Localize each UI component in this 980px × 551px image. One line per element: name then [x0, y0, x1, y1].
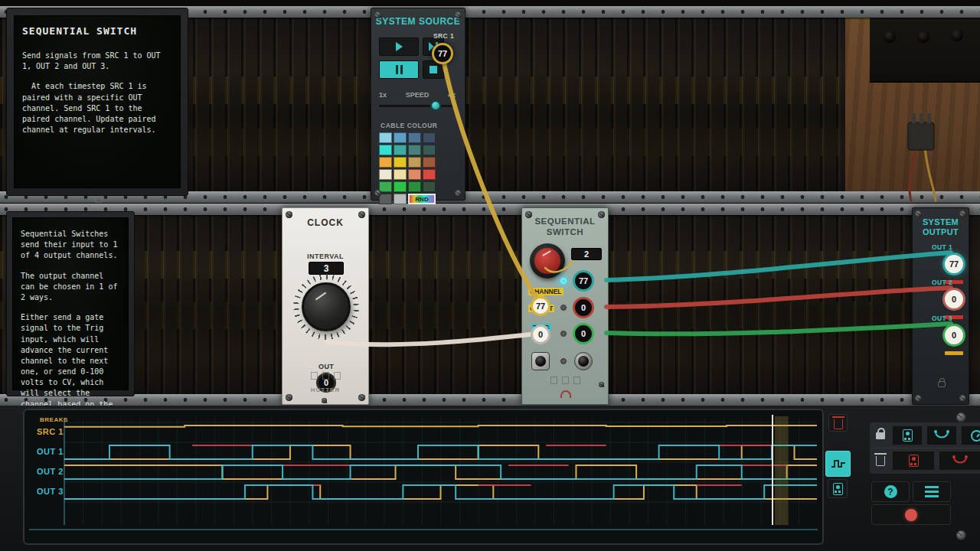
puzzle-paragraph: At each timestep SRC 1 is paired with a …: [22, 81, 172, 135]
signal-scope[interactable]: BREAKS SRC 1OUT 1OUT 2OUT 3: [23, 409, 824, 545]
interval-display: 3: [309, 262, 344, 275]
trig-port-value: 0: [538, 330, 543, 339]
help-icon: ?: [884, 485, 897, 498]
speed-slider-knob[interactable]: [430, 100, 441, 111]
lock-module-button[interactable]: [892, 425, 923, 445]
record-button[interactable]: [871, 504, 951, 525]
menu-button[interactable]: [913, 481, 951, 502]
record-icon: [905, 509, 917, 521]
menu-icon: [925, 486, 939, 497]
module-icon: [833, 483, 843, 495]
out3-label: OUT 3: [932, 315, 952, 322]
cable-colour-swatch[interactable]: [394, 194, 407, 204]
cable-colour-swatch[interactable]: [423, 132, 436, 143]
system-output-module: SYSTEM OUTPUT OUT 1 77 OUT 2 0 OUT 3 0: [912, 207, 969, 405]
trig-port[interactable]: 0: [531, 324, 550, 344]
seq-out2-port[interactable]: 0: [573, 297, 594, 318]
cable-colour-swatch[interactable]: [379, 194, 392, 204]
cable-colour-swatch[interactable]: [408, 132, 421, 143]
module-copy-icon[interactable]: [562, 377, 569, 384]
sysout-port-1[interactable]: 77: [942, 253, 965, 276]
scope-view-button[interactable]: [825, 451, 851, 477]
clock-module[interactable]: CLOCK INTERVAL 3 OUT 0 HUTTER: [282, 207, 369, 405]
cable-colour-swatch[interactable]: [423, 169, 436, 180]
module-view-button[interactable]: [828, 479, 848, 498]
cable-colour-swatch[interactable]: [423, 181, 436, 192]
cable-colour-swatch[interactable]: [408, 157, 421, 168]
delete-tools-group: [870, 448, 980, 474]
trash-icon: [876, 456, 885, 466]
src1-port[interactable]: 77: [432, 43, 453, 64]
unlock-icon: [938, 381, 946, 387]
module-delete-icon[interactable]: [573, 377, 580, 384]
cable-colour-swatch[interactable]: [408, 145, 421, 155]
hint-paragraph: The output channel can be chosen in 1 of…: [21, 271, 120, 304]
module-title: CLOCK: [283, 217, 368, 228]
cable-colour-swatch[interactable]: [379, 169, 392, 180]
help-button[interactable]: ?: [871, 481, 910, 502]
speed-slider[interactable]: [379, 105, 452, 107]
sysout-port-3[interactable]: 0: [942, 324, 965, 347]
clear-scope-button[interactable]: [828, 414, 848, 432]
unlock-icon: [95, 197, 103, 203]
cable-colour-swatch[interactable]: [408, 169, 421, 180]
cable-icon: [933, 429, 950, 442]
hint-paragraph: Either send a gate signal to the Trig in…: [21, 312, 120, 421]
cable-colour-swatch[interactable]: [379, 132, 392, 143]
pause-button[interactable]: [379, 60, 419, 79]
channel-count-display: 2: [571, 248, 602, 260]
module-delete-icon[interactable]: [334, 372, 341, 380]
lock-tools-group: [870, 422, 980, 448]
scope-traces: [24, 410, 822, 543]
sequential-switch-module[interactable]: SEQUENTIAL SWITCH 2 CHANNEL COUNT IN 77 …: [521, 207, 609, 405]
seq-out1-port[interactable]: 77: [573, 270, 594, 292]
cable-colour-swatch[interactable]: [394, 181, 407, 192]
cable-colour-swatch[interactable]: [394, 169, 407, 180]
cable-colour-swatch[interactable]: [379, 157, 392, 168]
cable-colour-swatch[interactable]: [394, 145, 407, 155]
cable-colour-swatch[interactable]: [394, 132, 407, 143]
cable-colour-random-swatch[interactable]: RND: [408, 194, 436, 204]
cable-colour-swatch[interactable]: [408, 181, 421, 192]
cable-colour-swatch[interactable]: [379, 145, 392, 155]
lock-cable-button[interactable]: [926, 425, 957, 445]
seq-out3-value: 0: [581, 329, 586, 338]
stop-icon: [430, 66, 437, 73]
seq-out3-port[interactable]: 0: [573, 323, 594, 344]
sysout-value-1: 77: [949, 259, 959, 269]
brand-logo: [560, 390, 571, 398]
seq-out4-jack[interactable]: [574, 352, 593, 370]
cable-colour-swatch[interactable]: [423, 157, 436, 168]
delete-cable-button[interactable]: [939, 451, 980, 471]
speed-min-label: 1x: [379, 91, 387, 99]
out2-label: OUT 2: [932, 279, 952, 286]
interval-knob[interactable]: [302, 282, 351, 331]
out1-led: [560, 278, 567, 284]
seq-out1-value: 77: [579, 276, 588, 285]
puzzle-brief-screen: SEQUENTIAL SWITCH Send signals from SRC …: [14, 15, 181, 188]
play-button[interactable]: [379, 37, 419, 56]
metal-bracket: [870, 6, 980, 83]
cable-colour-swatch[interactable]: [394, 157, 407, 168]
puzzle-title: SEQUENTIAL SWITCH: [22, 25, 172, 37]
interval-label: INTERVAL: [283, 253, 368, 260]
src1-port-value: 77: [438, 49, 447, 58]
module-lock-icon[interactable]: [550, 377, 557, 384]
module-title: SYSTEM OUTPUT: [913, 217, 969, 237]
delete-module-button[interactable]: [892, 451, 935, 471]
play-icon: [396, 42, 403, 51]
module-lock-icon[interactable]: [311, 372, 318, 380]
cv-jack[interactable]: [531, 352, 550, 370]
hint-paragraph: Sequential Switches send their input to …: [21, 229, 120, 262]
module-icon: [903, 429, 913, 442]
sysout-value-2: 0: [952, 295, 956, 304]
sysout-port-2[interactable]: 0: [942, 288, 965, 311]
in-port[interactable]: 77: [531, 296, 550, 316]
lock-timer-button[interactable]: [961, 425, 980, 445]
seq-out2-value: 0: [581, 303, 586, 312]
speed-label: SPEED: [406, 91, 430, 99]
cable-colour-swatch[interactable]: [423, 145, 436, 155]
module-copy-icon[interactable]: [322, 372, 329, 380]
cable-colour-swatch[interactable]: [379, 181, 392, 192]
channel-count-knob[interactable]: [530, 243, 565, 279]
